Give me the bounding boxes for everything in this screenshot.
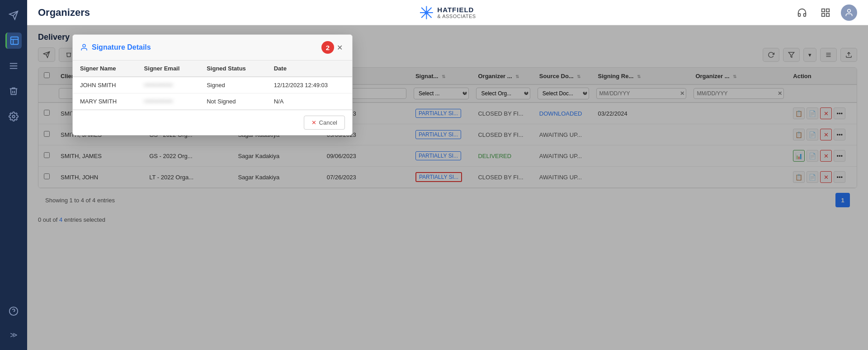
svg-rect-20 [826, 13, 829, 16]
apps-icon[interactable] [817, 5, 834, 21]
brand-icon [419, 5, 434, 20]
modal-body-rows: JOHN SMITH •••••••••••••• Signed 12/12/2… [73, 77, 352, 110]
modal-title: Signature Details [80, 43, 321, 51]
modal-signed-status: Signed [199, 77, 267, 93]
modal-col-date: Date [267, 61, 352, 77]
sidebar-item-settings[interactable] [5, 108, 22, 125]
modal-date: N/A [267, 93, 352, 110]
modal-col-signer-name: Signer Name [73, 61, 137, 77]
svg-point-21 [848, 9, 851, 12]
modal-col-signed-status: Signed Status [199, 61, 267, 77]
svg-point-16 [425, 11, 428, 14]
sidebar-item-document[interactable] [5, 33, 22, 49]
modal-close-button[interactable]: ✕ [334, 42, 345, 53]
sidebar-bottom: ≫ [5, 303, 22, 343]
modal-header: Signature Details 2 ✕ [73, 35, 352, 61]
brand-text: HATFIELD & ASSOCIATES [437, 6, 476, 19]
step-badge-2: 2 [321, 41, 334, 54]
modal-body: Signer Name Signer Email Signed Status D… [73, 61, 352, 110]
modal-col-signer-email: Signer Email [137, 61, 200, 77]
user-avatar[interactable] [841, 5, 857, 21]
modal-signed-status: Not Signed [199, 93, 267, 110]
modal-header-row: Signer Name Signer Email Signed Status D… [73, 61, 352, 77]
svg-rect-2 [10, 37, 18, 45]
content-area: Delivery Delete Close/Open by Firm [27, 25, 868, 350]
page-title: Organizers [38, 7, 794, 19]
header-right [794, 5, 857, 21]
main-content: Organizers HATFIELD & ASSOCIATES [27, 0, 868, 350]
signature-details-modal: Signature Details 2 ✕ Signer Name Signer… [72, 34, 353, 135]
sidebar: ≫ [0, 0, 27, 350]
headphones-icon[interactable] [794, 5, 810, 21]
modal-table-row: JOHN SMITH •••••••••••••• Signed 12/12/2… [73, 77, 352, 93]
modal-signer-email: •••••••••••••• [137, 77, 200, 93]
sidebar-item-help[interactable] [5, 303, 22, 319]
sidebar-item-send[interactable] [5, 7, 22, 23]
modal-date: 12/12/2023 12:49:03 [267, 77, 352, 93]
modal-overlay[interactable]: Signature Details 2 ✕ Signer Name Signer… [27, 25, 868, 350]
modal-title-icon [80, 43, 88, 51]
modal-table: Signer Name Signer Email Signed Status D… [73, 61, 352, 110]
svg-rect-18 [826, 9, 829, 11]
modal-footer: ✕ Cancel [73, 110, 352, 135]
cancel-button[interactable]: ✕ Cancel [304, 116, 345, 130]
modal-table-row: MARY SMITH •••••••••••••• Not Signed N/A [73, 93, 352, 110]
svg-point-30 [83, 44, 85, 47]
sidebar-item-list[interactable] [5, 58, 22, 74]
sidebar-item-trash[interactable] [5, 83, 22, 99]
modal-signer-name: MARY SMITH [73, 93, 137, 110]
svg-rect-19 [822, 13, 825, 16]
svg-rect-17 [822, 9, 825, 11]
top-header: Organizers HATFIELD & ASSOCIATES [27, 0, 868, 25]
sidebar-item-expand[interactable]: ≫ [5, 327, 22, 343]
brand-logo: HATFIELD & ASSOCIATES [419, 5, 476, 20]
svg-point-8 [12, 115, 15, 118]
modal-signer-name: JOHN SMITH [73, 77, 137, 93]
modal-signer-email: •••••••••••••• [137, 93, 200, 110]
